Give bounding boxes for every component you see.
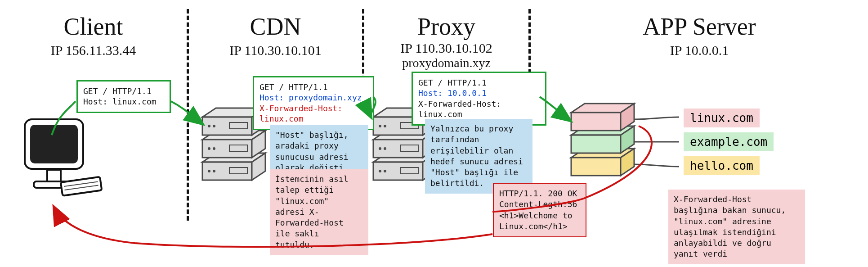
diagram-stage: Client IP 156.11.33.44 CDN IP 110.30.10.… <box>0 0 868 267</box>
arrow-layer <box>0 0 868 267</box>
